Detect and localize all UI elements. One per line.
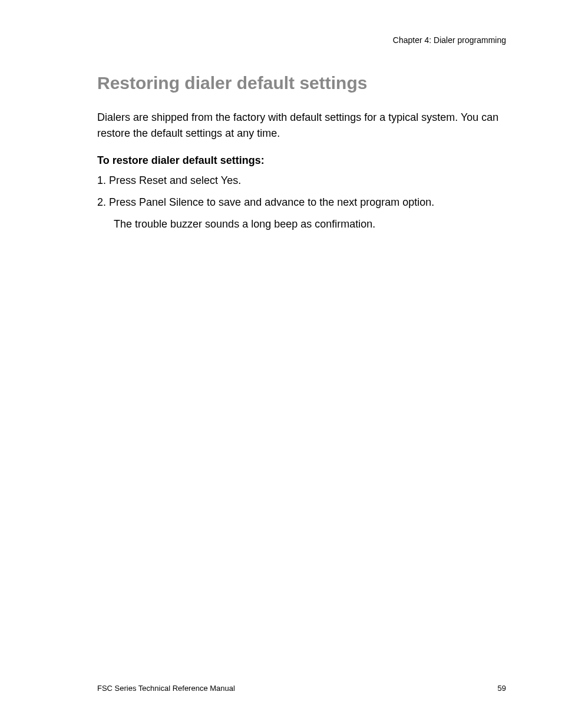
procedure-steps: 1. Press Reset and select Yes. 2. Press …: [97, 173, 506, 210]
page-number: 59: [498, 684, 506, 693]
manual-title: FSC Series Technical Reference Manual: [97, 684, 235, 693]
procedure-subheading: To restore dialer default settings:: [97, 154, 506, 167]
step-continuation: The trouble buzzer sounds a long beep as…: [97, 216, 506, 232]
step-item: 2. Press Panel Silence to save and advan…: [97, 195, 506, 210]
page-header: Chapter 4: Dialer programming: [97, 35, 506, 45]
chapter-label: Chapter 4: Dialer programming: [393, 35, 506, 45]
step-item: 1. Press Reset and select Yes.: [97, 173, 506, 189]
page-title: Restoring dialer default settings: [97, 73, 506, 93]
page-footer: FSC Series Technical Reference Manual 59: [97, 684, 506, 693]
intro-paragraph: Dialers are shipped from the factory wit…: [97, 110, 506, 141]
